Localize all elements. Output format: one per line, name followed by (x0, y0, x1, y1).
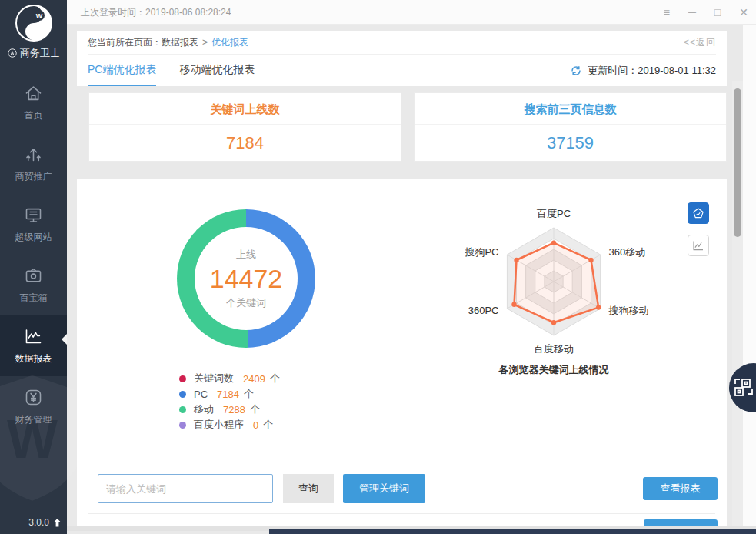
pentagon-icon (691, 206, 705, 220)
brand-badge-icon (7, 48, 18, 58)
card-title: 关键词上线数 (89, 93, 401, 125)
report-icon (23, 326, 44, 347)
tabs-bar: PC端优化报表 移动端优化报表 更新时间：2019-08-01 11:32 (77, 55, 727, 86)
card-top3-info: 搜索前三页信息数 37159 (414, 92, 727, 162)
radar-axis-label: 百度移动 (534, 343, 574, 355)
update-time-text: 更新时间：2019-08-01 11:32 (588, 64, 716, 78)
background-window-edge (269, 529, 756, 534)
legend-label: 百度小程序 (194, 418, 244, 432)
legend-dot (179, 391, 186, 398)
legend-unit: 个 (244, 387, 254, 401)
tab-mobile-report[interactable]: 移动端优化报表 (179, 55, 255, 86)
query-button[interactable]: 查询 (283, 474, 334, 503)
keyword-input[interactable] (98, 474, 273, 503)
legend-item[interactable]: 百度小程序0个 (179, 417, 280, 432)
radar-axis-label: 百度PC (537, 208, 571, 219)
sidebar-item-home[interactable]: 首页 (0, 72, 67, 133)
donut-label-bottom: 个关键词 (226, 296, 266, 310)
sidebar-menu: 首页商贸推广超级网站百宝箱数据报表财务管理 (0, 72, 67, 437)
divider (88, 466, 715, 466)
breadcrumb-section: 数据报表 (162, 31, 198, 54)
brand: 商务卫士 (0, 46, 67, 60)
website-icon (23, 205, 44, 225)
breadcrumb-prefix: 您当前所在页面： (88, 31, 162, 54)
legend-value: 7288 (223, 404, 245, 416)
sidebar-item-finance[interactable]: 财务管理 (0, 376, 67, 437)
minimize-button[interactable]: ─ (688, 7, 696, 18)
sidebar-item-reports[interactable]: 数据报表 (0, 315, 67, 376)
maximize-button[interactable]: □ (714, 7, 721, 18)
sidebar: W 商务卫士 首页商贸推广超级网站百宝箱数据报表财务管理 W 3.0.0 (0, 0, 67, 534)
donut-legend: 关键词数2409个PC7184个移动7288个百度小程序0个 (179, 371, 280, 432)
radar-chart: 百度PC360移动搜狗移动百度移动360PC搜狗PC (438, 195, 669, 376)
qr-code-icon (734, 378, 754, 398)
sidebar-item-label: 百宝箱 (20, 292, 48, 305)
version-label: 3.0.0 (28, 517, 49, 528)
scrollbar-thumb[interactable] (734, 88, 741, 237)
line-chart-icon (691, 239, 705, 252)
version-area: 3.0.0 (28, 517, 62, 528)
home-icon (23, 83, 44, 104)
sidebar-item-website[interactable]: 超级网站 (0, 194, 67, 255)
sidebar-item-promotion[interactable]: 商贸推广 (0, 133, 67, 194)
sidebar-item-label: 财务管理 (15, 413, 52, 426)
window-controls: ≡─□✕ (664, 0, 748, 25)
breadcrumb-tabs-panel: 您当前所在页面： 数据报表 > 优化报表 <<返回 PC端优化报表 移动端优化报… (77, 31, 727, 86)
card-value: 7184 (89, 125, 401, 161)
back-link[interactable]: <<返回 (684, 31, 716, 54)
donut-value: 14472 (210, 264, 283, 294)
sidebar-item-toolbox[interactable]: 百宝箱 (0, 255, 67, 315)
svg-text:W: W (36, 12, 43, 20)
legend-dot (179, 422, 186, 429)
manage-keywords-button[interactable]: 管理关键词 (343, 474, 425, 503)
legend-value: 2409 (243, 373, 265, 385)
donut-center: 上线 14472 个关键词 (195, 227, 298, 330)
legend-dot (179, 375, 186, 382)
window-right-edge (743, 25, 756, 534)
sidebar-item-label: 超级网站 (15, 231, 52, 244)
radar-axis-label: 360移动 (609, 246, 646, 258)
card-keywords-online: 关键词上线数 7184 (88, 92, 401, 162)
menu-button[interactable]: ≡ (664, 7, 670, 18)
view-report-button[interactable]: 查看报表 (643, 477, 718, 500)
scrollbar-track[interactable] (732, 81, 743, 526)
last-login-text: 上次登录时间：2019-08-06 08:28:24 (81, 0, 231, 25)
app-logo: W (15, 5, 52, 42)
radar-view-button[interactable] (688, 202, 709, 224)
legend-item[interactable]: PC7184个 (179, 386, 280, 402)
legend-value: 7184 (217, 389, 239, 400)
legend-unit: 个 (263, 418, 273, 432)
close-button[interactable]: ✕ (739, 7, 748, 18)
brand-label: 商务卫士 (20, 46, 60, 60)
divider (88, 513, 715, 514)
sidebar-item-label: 商贸推广 (15, 170, 52, 183)
legend-unit: 个 (270, 372, 280, 385)
line-view-button[interactable] (688, 235, 709, 256)
legend-dot (179, 406, 186, 413)
donut-chart: 上线 14472 个关键词 (177, 209, 315, 348)
card-value: 37159 (415, 125, 726, 161)
card-title: 搜索前三页信息数 (415, 93, 726, 125)
topbar: 上次登录时间：2019-08-06 08:28:24 ≡─□✕ (67, 0, 756, 25)
tab-pc-report[interactable]: PC端优化报表 (88, 55, 156, 86)
upgrade-arrow-icon[interactable] (52, 518, 62, 528)
breadcrumb-separator: > (202, 31, 208, 54)
donut-label-top: 上线 (236, 248, 256, 262)
charts-panel: 上线 14472 个关键词 关键词数2409个PC7184个移动7288个百度小… (77, 179, 727, 526)
legend-item[interactable]: 移动7288个 (179, 402, 280, 417)
app-window: W 商务卫士 首页商贸推广超级网站百宝箱数据报表财务管理 W 3.0.0 上次登… (0, 0, 756, 534)
breadcrumb-current-link[interactable]: 优化报表 (211, 31, 248, 54)
legend-item[interactable]: 关键词数2409个 (179, 371, 280, 386)
legend-unit: 个 (250, 402, 260, 416)
radar-axis-label: 搜狗PC (464, 246, 498, 258)
toolbox-icon (23, 265, 44, 286)
sidebar-item-label: 数据报表 (15, 352, 52, 365)
refresh-icon[interactable] (570, 65, 582, 77)
radar-axis-label: 搜狗移动 (608, 305, 649, 316)
update-time-area: 更新时间：2019-08-01 11:32 (570, 55, 727, 86)
promotion-icon (23, 144, 44, 165)
sidebar-item-label: 首页 (25, 109, 43, 122)
legend-value: 0 (253, 419, 258, 431)
view-report-button-partial[interactable] (644, 519, 718, 526)
radar-caption: 各浏览器关键词上线情况 (438, 363, 669, 377)
